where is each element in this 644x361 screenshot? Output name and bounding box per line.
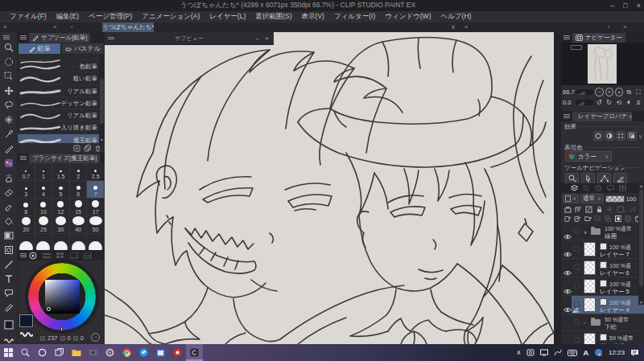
brush-size-3[interactable]: 3 — [18, 181, 35, 199]
menu-help[interactable]: ヘルプ(H) — [436, 12, 476, 22]
expression-color-dropdown[interactable]: カラー ∨ — [565, 151, 612, 162]
toolnav-draw-button[interactable] — [613, 173, 627, 184]
brush-size-large[interactable] — [52, 234, 70, 252]
color-set-tab-icon[interactable] — [56, 252, 64, 259]
flip-vertical-icon[interactable]: ⧖ — [634, 98, 642, 107]
menu-view[interactable]: 表示(V) — [297, 12, 329, 22]
effect-layer-color-button[interactable] — [627, 131, 637, 141]
scroll-up-icon[interactable]: ▲ — [639, 183, 643, 188]
merge-below-icon[interactable] — [605, 215, 611, 223]
lock-alpha-icon[interactable] — [585, 206, 592, 213]
zoom-100-button[interactable]: ▪ — [615, 88, 623, 96]
dock-splitter[interactable] — [554, 32, 561, 344]
brush-size-20[interactable]: 20 — [18, 216, 35, 234]
brush-row-partial[interactable] — [18, 55, 105, 60]
subtool-panel-tab[interactable]: サブツール[鉛筆] — [29, 33, 90, 43]
subview-palette[interactable]: サブビュー – × — [105, 32, 274, 45]
tool-palette-menu-icon[interactable] — [3, 35, 10, 40]
tool-eyedropper[interactable] — [2, 129, 15, 140]
color-wheel-tab-icon[interactable] — [29, 252, 37, 260]
twitter-icon[interactable] — [135, 344, 152, 361]
delete-brush-icon[interactable] — [94, 145, 101, 152]
layer-checkbox[interactable] — [574, 337, 580, 343]
tool-fill[interactable] — [2, 215, 15, 227]
new-layer-icon[interactable] — [564, 215, 571, 223]
approx-color-tab-icon[interactable] — [84, 252, 92, 259]
brush-row[interactable]: リアル鉛筆 — [18, 85, 105, 97]
layer-row-レイヤー 6[interactable]: 100 %通レイヤー 6 — [561, 259, 638, 277]
fx-range-icon[interactable] — [629, 206, 638, 213]
flip-horizontal-icon[interactable]: ⏴ — [625, 98, 633, 107]
layer-row-下絵[interactable]: ›50 %通常下絵 — [561, 314, 638, 331]
tool-figure[interactable] — [2, 244, 15, 256]
brush-row[interactable]: 粗い鉛筆 — [18, 72, 105, 84]
intermediate-color-tab-icon[interactable] — [70, 252, 78, 259]
tool-line[interactable] — [2, 259, 15, 270]
transfer-layer-icon[interactable] — [595, 215, 601, 223]
layer-thumbnail[interactable] — [584, 333, 596, 345]
layer-checkbox[interactable] — [574, 246, 580, 252]
layer-mask-thumbnail[interactable] — [600, 298, 607, 306]
collapse-canvas-icon[interactable]: « — [464, 23, 468, 32]
prev-tab-icon[interactable]: ‹ — [71, 23, 73, 32]
zoom-out-button[interactable]: − — [595, 88, 603, 96]
tool-eraser[interactable] — [2, 187, 15, 198]
collapse-left-icon[interactable]: « — [3, 23, 6, 32]
layer-mask-thumbnail[interactable] — [600, 261, 607, 269]
palette-color-dropdown[interactable]: ∨ — [563, 194, 579, 203]
layer-checkbox[interactable] — [574, 228, 580, 234]
chrome-icon[interactable] — [118, 344, 135, 361]
navigator-preview[interactable] — [561, 43, 644, 85]
subview-minimize-icon[interactable]: – — [256, 35, 259, 43]
brush-row[interactable]: 魔王鉛筆 — [18, 134, 105, 143]
brush-row[interactable]: リアル鉛筆 — [18, 109, 105, 121]
effect-tone-button[interactable] — [605, 131, 614, 141]
layer-row-レイヤー 5[interactable]: 100 %通レイヤー 5 — [561, 277, 638, 296]
rotate-reset-icon[interactable]: ⟲ — [614, 98, 622, 107]
brush-size-30[interactable]: 30 — [52, 216, 70, 234]
subtool-menu-icon[interactable] — [20, 35, 27, 40]
menu-window[interactable]: ウィンドウ(W) — [380, 12, 436, 22]
tool-pen[interactable] — [2, 143, 15, 154]
brush-size-8[interactable]: 8 — [18, 199, 35, 216]
folder-arrow-icon[interactable]: › — [584, 320, 585, 325]
navigator-menu-icon[interactable] — [564, 35, 570, 40]
menu-edit[interactable]: 編集(E) — [52, 12, 84, 22]
duplicate-brush-icon[interactable] — [84, 145, 91, 152]
reference-layer-icon[interactable] — [575, 206, 582, 213]
tool-balloon[interactable] — [2, 288, 15, 299]
canvas[interactable]: サブビュー – × — [105, 32, 554, 344]
brush-size-large[interactable] — [18, 234, 35, 252]
search-layer-tab-icon[interactable] — [583, 185, 590, 191]
new-vector-layer-icon[interactable] — [574, 215, 580, 223]
color-slider-tab-icon[interactable] — [43, 252, 51, 259]
import-brush-icon[interactable] — [73, 145, 80, 152]
comment-tab-icon[interactable] — [607, 185, 614, 191]
subtool-tab-pastel[interactable]: パステル — [61, 43, 105, 55]
start-button[interactable] — [0, 344, 17, 361]
app4-icon[interactable] — [169, 344, 186, 361]
subview-close-icon[interactable]: × — [265, 35, 269, 43]
layer-thumbnail[interactable] — [584, 279, 596, 293]
tool-lasso[interactable] — [2, 100, 15, 111]
brush-size-4[interactable]: 4 — [35, 181, 53, 199]
tool-selection[interactable] — [2, 56, 15, 68]
menu-layer[interactable]: レイヤー(L) — [204, 12, 250, 22]
layer-checkbox[interactable] — [574, 319, 580, 325]
tool-text[interactable] — [2, 273, 15, 285]
effect-more-icon[interactable]: ∨ — [638, 133, 642, 140]
layer-mask-thumbnail[interactable] — [600, 280, 607, 287]
brush-size-panel-tab[interactable]: ブラシサイズ[魔王鉛筆] — [29, 154, 100, 163]
ime-mode-icon[interactable]: A — [583, 349, 588, 357]
zoom-slider[interactable] — [576, 89, 594, 95]
brush-size-5[interactable]: 5 — [52, 181, 70, 199]
hue-cursor[interactable] — [60, 326, 63, 331]
expand-right-icon[interactable]: › — [608, 23, 610, 32]
opacity-slider[interactable] — [605, 195, 624, 203]
tray-color-icon[interactable] — [594, 348, 603, 357]
snap-thumbnail-icon[interactable]: ⧉ — [625, 88, 633, 96]
rotate-right-icon[interactable]: ↻ — [605, 98, 613, 107]
toolnav-mesh-button[interactable] — [597, 173, 611, 184]
layer-property-tab[interactable]: レイヤープロパティ — [572, 112, 632, 121]
color-mode-toggle[interactable]: ◔ — [91, 333, 100, 342]
